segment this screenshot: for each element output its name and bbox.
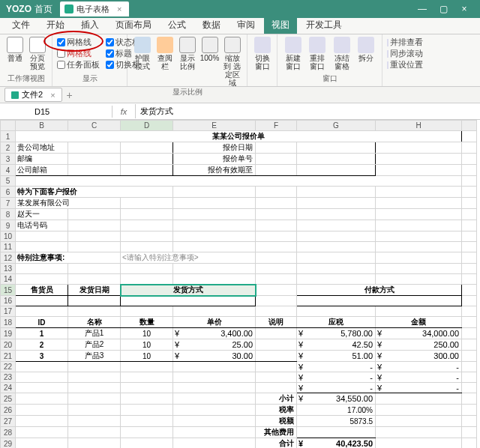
freeze-icon xyxy=(334,37,350,53)
switchwin-button[interactable]: 切换窗口 xyxy=(252,37,272,70)
select-all[interactable] xyxy=(1,121,16,131)
active-cell[interactable]: 发货方式 xyxy=(121,285,256,296)
zoomto-icon xyxy=(224,37,241,53)
cell-reference-input[interactable]: D15 xyxy=(30,106,112,118)
formula-input[interactable]: 发货方式 xyxy=(135,104,480,118)
maximize-button[interactable]: ▢ xyxy=(434,2,453,16)
formula-bar: D15 fx 发货方式 xyxy=(0,103,480,120)
menu-start[interactable]: 开始 xyxy=(39,16,72,34)
freeze-button[interactable]: 冻结窗格 xyxy=(331,37,353,70)
document-tab[interactable]: 电子表格 × xyxy=(60,1,129,16)
pagebreak-preview-button[interactable]: 分页预览 xyxy=(27,37,47,70)
grid-icon xyxy=(7,37,23,53)
ribbon: 普通 分页预览 工作簿视图 网格线 网格线 任务面板 状态栏 标题 切换栏 显示… xyxy=(0,34,480,87)
zoomto-button[interactable]: 缩放到 选定区域 xyxy=(222,37,242,87)
search-icon xyxy=(157,37,173,53)
title-bar: YOZO 首页 电子表格 × — ▢ × xyxy=(0,0,480,18)
arrange-icon xyxy=(309,37,326,53)
col-E[interactable]: E xyxy=(173,121,256,131)
file-tab-label: 文件2 xyxy=(22,89,43,100)
document-tab-label: 电子表格 xyxy=(76,4,110,15)
split-icon xyxy=(358,37,374,53)
cell[interactable]: 某某公司报价单 xyxy=(16,131,462,142)
close-icon[interactable]: × xyxy=(117,4,122,13)
close-icon[interactable]: × xyxy=(50,91,55,100)
percent-icon xyxy=(202,37,218,53)
newwin-icon xyxy=(285,37,302,53)
col-D[interactable]: D xyxy=(121,121,173,131)
spreadsheet-icon xyxy=(11,91,19,99)
zoom-icon xyxy=(179,37,196,53)
split-button[interactable]: 拆分 xyxy=(356,37,378,62)
arrange-button[interactable]: 重排窗口 xyxy=(307,37,329,70)
minimize-button[interactable]: — xyxy=(412,2,432,16)
col-B[interactable]: B xyxy=(16,121,68,131)
spreadsheet-icon xyxy=(64,4,74,13)
col-C[interactable]: C xyxy=(68,121,121,131)
menu-formula[interactable]: 公式 xyxy=(160,16,194,34)
check-rowcol[interactable]: 网格线 xyxy=(57,48,100,59)
app-logo: YOZO xyxy=(6,4,32,14)
eyecare-button[interactable]: 护眼模式 xyxy=(132,37,152,70)
menu-file[interactable]: 文件 xyxy=(4,16,38,34)
close-button[interactable]: × xyxy=(454,2,474,16)
menu-pagelayout[interactable]: 页面布局 xyxy=(108,16,159,34)
col-G[interactable]: G xyxy=(297,121,376,131)
group-label-zoom: 显示比例 xyxy=(132,87,242,97)
switchwin-icon xyxy=(254,37,271,53)
group-label-show: 显示 xyxy=(57,73,122,84)
check-taskpane[interactable]: 任务面板 xyxy=(57,59,100,70)
view-normal-button[interactable]: 普通 xyxy=(4,37,25,62)
sidebyside-button[interactable]: 并排查看 xyxy=(387,37,423,48)
findbar-button[interactable]: 查阅栏 xyxy=(154,37,175,70)
col-F[interactable]: F xyxy=(256,121,297,131)
zoomratio-button[interactable]: 显示比例 xyxy=(177,37,197,70)
col-H[interactable]: H xyxy=(376,121,462,131)
menu-bar: 文件 开始 插入 页面布局 公式 数据 审阅 视图 开发工具 xyxy=(0,18,480,34)
syncscroll-button[interactable]: 同步滚动 xyxy=(387,48,423,59)
menu-insert[interactable]: 插入 xyxy=(74,16,106,34)
home-tab[interactable]: 首页 xyxy=(34,3,52,16)
eye-icon xyxy=(134,37,151,53)
menu-data[interactable]: 数据 xyxy=(195,16,228,34)
group-label-workbook: 工作簿视图 xyxy=(4,73,47,84)
pagebreak-icon xyxy=(29,37,46,53)
file-tab[interactable]: 文件2 × xyxy=(4,88,62,102)
newwin-button[interactable]: 新建窗口 xyxy=(282,37,304,70)
resetpos-button[interactable]: 重设位置 xyxy=(387,59,423,70)
menu-view[interactable]: 视图 xyxy=(264,16,297,34)
spreadsheet-grid[interactable]: B C D E F G H 1某某公司报价单 2贵公司地址报价日期 3邮编报价单… xyxy=(0,120,480,448)
add-tab-button[interactable]: + xyxy=(67,89,73,101)
check-gridlines[interactable]: 网格线 xyxy=(57,37,100,48)
menu-review[interactable]: 审阅 xyxy=(230,16,262,34)
fx-icon[interactable]: fx xyxy=(112,107,135,116)
group-label-window: 窗口 xyxy=(282,73,377,84)
menu-dev[interactable]: 开发工具 xyxy=(298,16,350,34)
zoom100-button[interactable]: 100% xyxy=(200,37,220,62)
